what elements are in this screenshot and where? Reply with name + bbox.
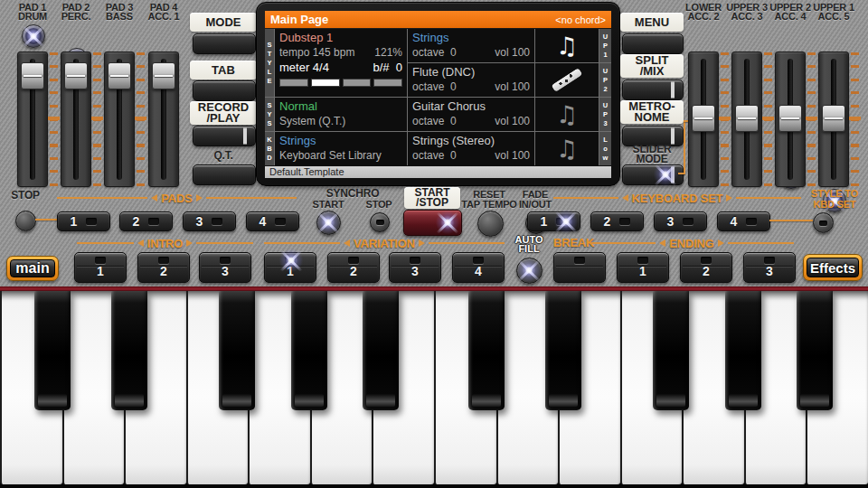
ending-button-2[interactable]: 2 xyxy=(680,252,732,283)
piano-black-key[interactable] xyxy=(363,291,399,410)
synchro-start-button[interactable] xyxy=(316,211,341,235)
keyboard-set-button-2[interactable]: 2 xyxy=(590,211,644,231)
qt-button[interactable] xyxy=(193,164,256,185)
track-up3-cell[interactable]: Guitar Chorus octave 0 vol 100 xyxy=(408,98,534,131)
intro-button-1[interactable]: 1 xyxy=(74,252,127,283)
variation-button-1[interactable]: 1 xyxy=(264,252,316,283)
pad-button-3[interactable]: 3 xyxy=(183,211,236,231)
intro-button-2[interactable]: 2 xyxy=(137,252,190,283)
fade-inout-label: IN/OUT xyxy=(514,200,557,209)
piano-black-key[interactable] xyxy=(111,291,147,410)
template-status-bar: Default.Template xyxy=(265,166,611,178)
stop-button[interactable] xyxy=(15,211,36,231)
sys-info-cell[interactable]: Normal System (Q.T.) xyxy=(275,98,407,131)
variation-group-label: VARIATION xyxy=(264,237,505,249)
indicator-slot xyxy=(348,257,359,264)
note-icon: ♫ xyxy=(556,32,578,60)
kbd-info-cell[interactable]: Strings Keyboard Set Library xyxy=(275,132,407,165)
piano-black-key[interactable] xyxy=(725,291,761,410)
keyboard-set-button-3[interactable]: 3 xyxy=(654,211,707,231)
keyboard-set-button-4[interactable]: 4 xyxy=(717,211,770,231)
pad4-fader-track xyxy=(148,52,179,187)
indicator-slot xyxy=(275,218,286,225)
pad-button-2[interactable]: 2 xyxy=(119,211,173,231)
main-button[interactable]: main xyxy=(6,256,59,281)
pad-button-4[interactable]: 4 xyxy=(246,211,299,231)
piano-black-key[interactable] xyxy=(291,291,327,410)
track-up2-cell[interactable]: Flute (DNC) octave 0 vol 100 xyxy=(408,63,534,97)
indicator-slot xyxy=(819,221,827,226)
fader-scale-ticks xyxy=(137,52,145,186)
upper3-fader-handle[interactable] xyxy=(735,105,759,132)
upper1-fader-handle[interactable] xyxy=(822,105,845,132)
fader-scale-ticks xyxy=(50,52,58,186)
main-display[interactable]: Main Page <no chord> STYLE Dubstep 1 tem… xyxy=(256,2,620,186)
low-side-label: Low xyxy=(599,132,611,165)
metronome-label-card: METRO- NOME xyxy=(620,100,684,124)
piano-black-key[interactable] xyxy=(468,291,505,410)
pad2-fader-track xyxy=(61,52,91,187)
pad2-fader-handle[interactable] xyxy=(64,62,88,89)
pad-button-1[interactable]: 1 xyxy=(57,211,110,231)
display-title: Main Page xyxy=(270,13,328,26)
track-low-cell[interactable]: Strings (Stereo) octave 0 vol 100 xyxy=(408,132,534,165)
fader-scale-ticks xyxy=(851,52,859,186)
lower-fader-track xyxy=(688,52,719,187)
lower-fader-handle[interactable] xyxy=(692,105,715,132)
lit-led-icon xyxy=(650,159,681,190)
ending-button-3[interactable]: 3 xyxy=(743,252,796,283)
stacked-squares-icon xyxy=(671,167,675,183)
stop-label: STOP xyxy=(4,191,47,200)
synchro-start-label: START xyxy=(307,200,349,209)
style-to-kbd-set-button[interactable] xyxy=(813,212,834,233)
effects-button[interactable]: Effects xyxy=(803,254,863,281)
indicator-slot xyxy=(701,257,712,264)
note-icon: ♫ xyxy=(556,100,578,128)
start-stop-button[interactable] xyxy=(403,210,462,236)
track-up1-cell[interactable]: Strings octave 0 vol 100 xyxy=(408,29,534,62)
upper3-fader-track xyxy=(731,52,762,187)
pad1-fader-handle[interactable] xyxy=(21,62,44,89)
upper2-fader-handle[interactable] xyxy=(778,105,802,132)
piano-black-key[interactable] xyxy=(34,291,71,410)
split-mix-button[interactable] xyxy=(622,80,684,100)
variation-button-4[interactable]: 4 xyxy=(452,252,505,283)
auto-fill-button[interactable] xyxy=(516,258,542,284)
pad4-fader-handle[interactable] xyxy=(152,62,175,89)
style-tempo: tempo 145 bpm xyxy=(279,46,354,59)
mode-button[interactable] xyxy=(193,33,256,54)
kbd-side-label: KBD xyxy=(265,132,274,165)
up2-side-label: UP2 xyxy=(599,63,611,97)
meter-segment xyxy=(311,79,340,87)
fader-scale-ticks xyxy=(764,52,772,186)
stacked-squares-icon xyxy=(243,128,247,145)
synchro-stop-button[interactable] xyxy=(370,212,390,232)
tab-button[interactable] xyxy=(193,80,256,101)
piano-black-key[interactable] xyxy=(545,291,581,410)
piano-black-key[interactable] xyxy=(653,291,689,410)
pads-group-label: PADS xyxy=(57,192,297,204)
indicator-slot xyxy=(619,218,630,225)
record-play-button[interactable] xyxy=(193,126,256,146)
break-button[interactable] xyxy=(553,252,606,283)
connector-line xyxy=(35,219,57,221)
piano-black-key[interactable] xyxy=(797,291,833,410)
tap-tempo-button[interactable] xyxy=(477,211,504,237)
style-side-label: STYLE xyxy=(265,29,274,97)
keyboard-set-button-1[interactable]: 1 xyxy=(527,211,580,231)
lit-led-icon xyxy=(313,207,344,238)
stacked-squares-icon xyxy=(671,82,675,99)
intro-button-3[interactable]: 3 xyxy=(199,252,251,283)
style-info-cell[interactable]: Dubstep 1 tempo 145 bpm 121% meter 4/4 b… xyxy=(275,29,407,97)
slider-mode-button[interactable] xyxy=(622,164,684,185)
piano-black-key[interactable] xyxy=(219,291,255,410)
ending-button-1[interactable]: 1 xyxy=(617,252,669,283)
pad3-fader-handle[interactable] xyxy=(108,62,131,89)
display-grid: STYLE Dubstep 1 tempo 145 bpm 121% meter… xyxy=(265,29,611,165)
pad1-led-button[interactable] xyxy=(22,24,45,48)
pad3-channel-label: PAD 3 BASS xyxy=(94,3,145,21)
variation-button-2[interactable]: 2 xyxy=(327,252,380,283)
menu-button[interactable] xyxy=(622,33,684,54)
variation-button-3[interactable]: 3 xyxy=(389,252,441,283)
up1-icon-cell: ♫ xyxy=(535,29,599,62)
